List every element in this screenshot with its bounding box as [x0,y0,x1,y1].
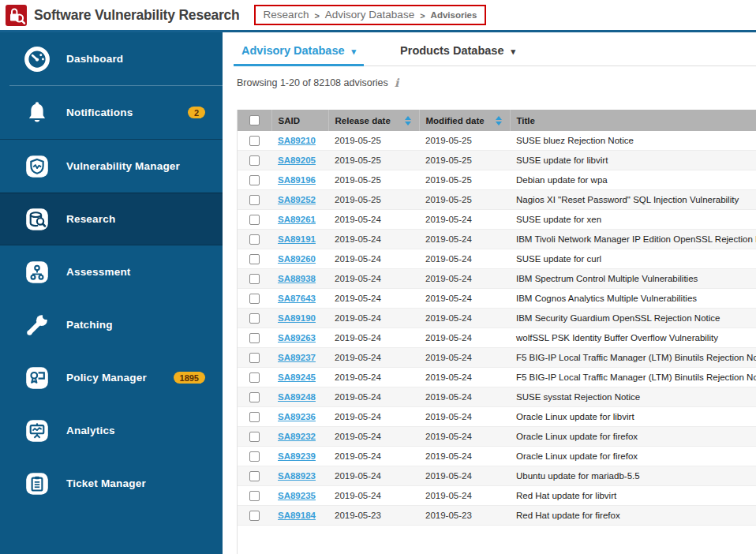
table-row: SA89190 2019-05-24 2019-05-24 IBM Securi… [238,309,756,328]
row-checkbox[interactable] [249,136,260,146]
release-date-cell: 2019-05-24 [328,407,419,427]
sidebar-item-assessment[interactable]: Assessment [0,245,223,298]
said-link[interactable]: SA89184 [278,511,316,520]
tab-bar: Advisory Database ▾ Products Database ▾ [237,32,756,66]
row-checkbox[interactable] [249,432,260,442]
sidebar-item-notifications[interactable]: Notifications 2 [0,86,223,139]
select-all-checkbox[interactable] [249,115,260,125]
table-row: SA89260 2019-05-24 2019-05-24 SUSE updat… [238,249,756,269]
said-link[interactable]: SA88938 [278,274,316,283]
row-checkbox[interactable] [249,392,260,402]
sidebar-item-vulnerability-manager[interactable]: Vulnerability Manager [0,140,223,193]
said-link[interactable]: SA89232 [278,432,316,441]
said-link[interactable]: SA89252 [278,195,316,204]
column-header-said: SAID [271,110,328,131]
breadcrumb-advisory-database[interactable]: Advisory Database [325,9,414,21]
row-checkbox[interactable] [249,333,260,343]
said-link[interactable]: SA89205 [278,155,316,165]
row-checkbox[interactable] [249,215,260,225]
said-link[interactable]: SA89260 [278,254,316,264]
title-cell: Nagios XI "Reset Password" SQL Injection… [510,190,756,210]
modified-date-cell: 2019-05-24 [419,427,510,447]
sidebar: Dashboard Notifications 2 [0,32,223,554]
row-checkbox[interactable] [249,175,260,185]
app-logo: Software Vulnerability Research [0,5,240,26]
row-checkbox[interactable] [249,451,260,462]
breadcrumb-advisories: Advisories [431,10,477,20]
said-link[interactable]: SA89236 [278,412,316,421]
sidebar-item-analytics[interactable]: Analytics [0,404,223,457]
said-link[interactable]: SA89245 [278,372,316,382]
row-checkbox[interactable] [249,491,260,501]
release-date-cell: 2019-05-24 [328,486,419,506]
table-row: SA89184 2019-05-23 2019-05-23 Red Hat up… [238,506,756,526]
row-checkbox-cell [238,348,271,368]
sidebar-item-dashboard[interactable]: Dashboard [0,32,223,85]
row-checkbox[interactable] [249,195,260,205]
modified-date-cell: 2019-05-25 [419,131,510,151]
said-cell: SA89196 [271,170,328,190]
row-checkbox-cell [238,230,271,249]
breadcrumb-separator: > [420,11,425,21]
said-link[interactable]: SA89191 [278,234,316,244]
said-link[interactable]: SA89237 [278,353,316,362]
row-checkbox[interactable] [249,372,260,383]
row-checkbox[interactable] [249,412,260,422]
title-cell: F5 BIG-IP Local Traffic Manager (LTM) Bi… [510,348,756,368]
row-checkbox[interactable] [249,274,260,284]
row-checkbox[interactable] [249,471,260,481]
sidebar-item-patching[interactable]: Patching [0,298,223,351]
row-checkbox[interactable] [249,155,260,166]
row-checkbox-cell [238,447,271,466]
said-link[interactable]: SA89263 [278,333,316,343]
sort-icon[interactable] [405,116,413,125]
said-link[interactable]: SA89235 [278,491,316,500]
said-link[interactable]: SA88923 [278,471,316,481]
said-link[interactable]: SA89261 [278,215,316,224]
sidebar-item-research[interactable]: Research [0,193,223,245]
column-header-release-date[interactable]: Release date [328,110,419,131]
column-header-title: Title [510,110,756,131]
modified-date-cell: 2019-05-24 [419,289,510,309]
row-checkbox[interactable] [249,254,260,264]
said-link[interactable]: SA89196 [278,175,316,185]
said-link[interactable]: SA89248 [278,392,316,402]
sidebar-item-label: Patching [66,319,113,331]
modified-date-cell: 2019-05-24 [419,387,510,407]
sidebar-item-policy-manager[interactable]: Policy Manager 1895 [0,351,223,404]
table-row: SA88923 2019-05-24 2019-05-24 Ubuntu upd… [238,466,756,486]
said-link[interactable]: SA87643 [278,294,316,303]
tab-products-database[interactable]: Products Database ▾ [392,32,523,66]
row-checkbox[interactable] [249,511,260,521]
row-checkbox[interactable] [249,234,260,245]
release-date-cell: 2019-05-24 [328,210,419,230]
modified-date-cell: 2019-05-24 [419,230,510,249]
shield-icon [24,153,51,180]
said-link[interactable]: SA89190 [278,313,316,323]
table-row: SA89237 2019-05-24 2019-05-24 F5 BIG-IP … [238,348,756,368]
row-checkbox[interactable] [249,313,260,324]
column-header-modified-date[interactable]: Modified date [419,110,510,131]
said-cell: SA89252 [271,190,328,210]
release-date-cell: 2019-05-24 [328,387,419,407]
modified-date-cell: 2019-05-24 [419,368,510,387]
presentation-chart-icon [24,417,51,444]
column-label: SAID [279,116,300,125]
release-date-cell: 2019-05-24 [328,447,419,466]
title-cell: Red Hat update for firefox [510,506,756,526]
breadcrumb-research[interactable]: Research [264,9,309,21]
sort-icon[interactable] [496,116,503,125]
said-cell: SA89210 [271,131,328,151]
said-link[interactable]: SA89239 [278,451,316,461]
said-link[interactable]: SA89210 [278,136,316,145]
row-checkbox[interactable] [249,294,260,304]
sidebar-item-ticket-manager[interactable]: Ticket Manager [0,457,223,510]
release-date-cell: 2019-05-24 [328,269,419,289]
info-icon[interactable]: i [395,76,399,89]
tab-advisory-database[interactable]: Advisory Database ▾ [234,32,364,66]
modified-date-cell: 2019-05-24 [419,348,510,368]
row-checkbox[interactable] [249,353,260,363]
modified-date-cell: 2019-05-24 [419,249,510,269]
release-date-cell: 2019-05-24 [328,368,419,387]
release-date-cell: 2019-05-24 [328,289,419,309]
